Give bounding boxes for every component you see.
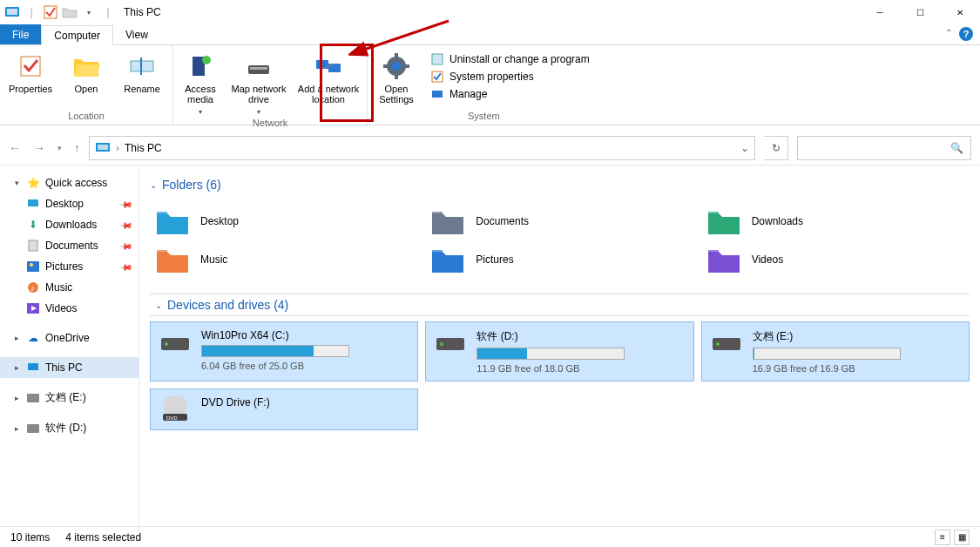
drive-item[interactable]: 软件 (D:)11.9 GB free of 18.0 GB <box>425 321 693 382</box>
tab-file[interactable]: File <box>0 24 41 44</box>
folder-item[interactable]: Downloads <box>706 206 964 236</box>
add-location-icon <box>314 52 342 80</box>
folder-item[interactable]: Pictures <box>430 245 688 274</box>
chevron-right-icon[interactable]: ▸ <box>12 363 21 372</box>
sidebar-this-pc[interactable]: ▸This PC <box>0 357 139 378</box>
drive-usage-bar <box>476 348 625 360</box>
drive-item[interactable]: DVDDVD Drive (F:) <box>150 388 418 430</box>
sidebar-quick-access[interactable]: ▾ ⭐ Quick access <box>0 172 139 193</box>
sidebar-drive-e[interactable]: ▸文档 (E:) <box>0 387 139 409</box>
svg-rect-15 <box>395 53 398 58</box>
address-bar[interactable]: › This PC ⌄ <box>89 136 755 160</box>
qat-dropdown-icon[interactable]: ▾ <box>80 3 98 21</box>
drive-icon <box>433 329 468 355</box>
drive-usage-bar <box>201 345 349 357</box>
sidebar-onedrive[interactable]: ▸☁OneDrive <box>0 328 139 348</box>
drive-item[interactable]: Win10Pro X64 (C:)6.04 GB free of 25.0 GB <box>150 321 418 382</box>
folder-label: Downloads <box>752 215 803 227</box>
search-input[interactable]: 🔍 <box>797 136 971 160</box>
drive-free-label: 16.9 GB free of 16.9 GB <box>753 363 962 374</box>
system-properties-link[interactable]: System properties <box>430 70 590 84</box>
minimize-button[interactable]: ─ <box>860 0 900 24</box>
sidebar-item-pictures[interactable]: Pictures📌 <box>0 256 139 277</box>
rename-button[interactable]: Rename <box>117 49 167 109</box>
address-dropdown-icon[interactable]: ⌄ <box>740 142 749 154</box>
add-location-label: Add a network location <box>295 84 362 105</box>
svg-rect-19 <box>432 54 443 64</box>
drive-free-label: 6.04 GB free of 25.0 GB <box>201 361 410 371</box>
view-details-button[interactable]: ≡ <box>935 530 950 545</box>
folders-header[interactable]: ⌄ Folders (6) <box>150 172 970 198</box>
maximize-button[interactable]: ☐ <box>900 0 940 24</box>
chevron-right-icon[interactable]: ▸ <box>12 334 21 342</box>
drive-icon: DVD <box>158 396 193 422</box>
access-media-icon <box>186 52 214 80</box>
folder-label: Pictures <box>476 253 513 266</box>
folder-item[interactable]: Videos <box>706 245 964 274</box>
drive-free-label: 11.9 GB free of 18.0 GB <box>476 363 686 374</box>
status-selected-count: 4 items selected <box>65 531 141 544</box>
sidebar-item-documents[interactable]: Documents📌 <box>0 235 139 256</box>
rename-label: Rename <box>124 84 160 94</box>
qat-folder-icon[interactable] <box>61 3 78 21</box>
folder-label: Music <box>200 253 227 266</box>
manage-link[interactable]: Manage <box>430 87 590 101</box>
ribbon-collapse-icon[interactable]: ⌃ <box>945 28 952 37</box>
open-settings-button[interactable]: Open Settings <box>373 49 420 109</box>
properties-label: Properties <box>9 84 52 94</box>
access-media-button[interactable]: Access media ▾ <box>179 49 222 116</box>
system-group-label: System <box>373 109 595 123</box>
up-button[interactable]: ↑ <box>74 141 80 155</box>
svg-point-46 <box>716 342 720 346</box>
add-location-button[interactable]: Add a network location <box>295 49 362 116</box>
chevron-right-icon[interactable]: ▸ <box>12 424 21 433</box>
svg-rect-40 <box>708 250 719 255</box>
cloud-icon: ☁ <box>26 331 40 345</box>
qat-check-icon[interactable] <box>42 3 59 21</box>
breadcrumb-sep: › <box>116 142 119 154</box>
folder-item[interactable]: Music <box>155 245 413 274</box>
folder-item[interactable]: Desktop <box>155 206 413 236</box>
sidebar-item-downloads[interactable]: ⬇Downloads📌 <box>0 214 139 235</box>
ribbon-tabs: File Computer View ⌃ ? <box>0 24 980 45</box>
document-icon <box>26 239 40 253</box>
ribbon-group-network: Access media ▾ Map network drive ▾ Add a… <box>173 45 368 125</box>
drive-icon <box>709 329 744 355</box>
properties-button[interactable]: Properties <box>5 49 56 109</box>
svg-point-28 <box>30 263 33 267</box>
folder-item[interactable]: Documents <box>430 206 688 236</box>
sidebar-drive-d[interactable]: ▸软件 (D:) <box>0 417 139 439</box>
chevron-down-icon[interactable]: ▾ <box>12 179 21 187</box>
network-group-label: Network <box>179 116 362 130</box>
pin-icon: 📌 <box>119 239 133 253</box>
drives-header[interactable]: ⌄ Devices and drives (4) <box>150 294 970 316</box>
svg-point-44 <box>440 342 443 346</box>
back-button[interactable]: ← <box>9 141 21 155</box>
svg-rect-17 <box>383 64 389 68</box>
forward-button[interactable]: → <box>33 141 45 155</box>
map-drive-button[interactable]: Map network drive ▾ <box>227 49 290 116</box>
status-bar: 10 items 4 items selected ≡ ▦ <box>0 526 980 547</box>
recent-dropdown[interactable]: ▾ <box>57 144 62 152</box>
sidebar-item-videos[interactable]: Videos <box>0 298 139 319</box>
svg-rect-37 <box>708 212 719 217</box>
refresh-button[interactable]: ↻ <box>764 136 788 160</box>
uninstall-link[interactable]: Uninstall or change a program <box>430 52 590 66</box>
chevron-right-icon[interactable]: ▸ <box>12 394 21 402</box>
system-links: Uninstall or change a program System pro… <box>425 49 595 109</box>
svg-rect-36 <box>432 212 443 217</box>
location-group-label: Location <box>5 109 167 123</box>
help-icon[interactable]: ? <box>959 27 973 41</box>
breadcrumb[interactable]: This PC <box>125 142 162 154</box>
picture-icon <box>26 260 40 274</box>
view-icons-button[interactable]: ▦ <box>954 530 970 545</box>
open-button[interactable]: Open <box>61 49 112 109</box>
drive-item[interactable]: 文档 (E:)16.9 GB free of 16.9 GB <box>701 321 970 382</box>
sidebar-item-music[interactable]: ♪Music <box>0 277 139 298</box>
sidebar-item-desktop[interactable]: Desktop📌 <box>0 193 139 214</box>
close-button[interactable]: ✕ <box>940 0 980 24</box>
tab-computer[interactable]: Computer <box>41 25 113 45</box>
qat-divider2: | <box>99 3 117 21</box>
tab-view[interactable]: View <box>113 24 160 44</box>
folder-icon <box>706 245 741 274</box>
